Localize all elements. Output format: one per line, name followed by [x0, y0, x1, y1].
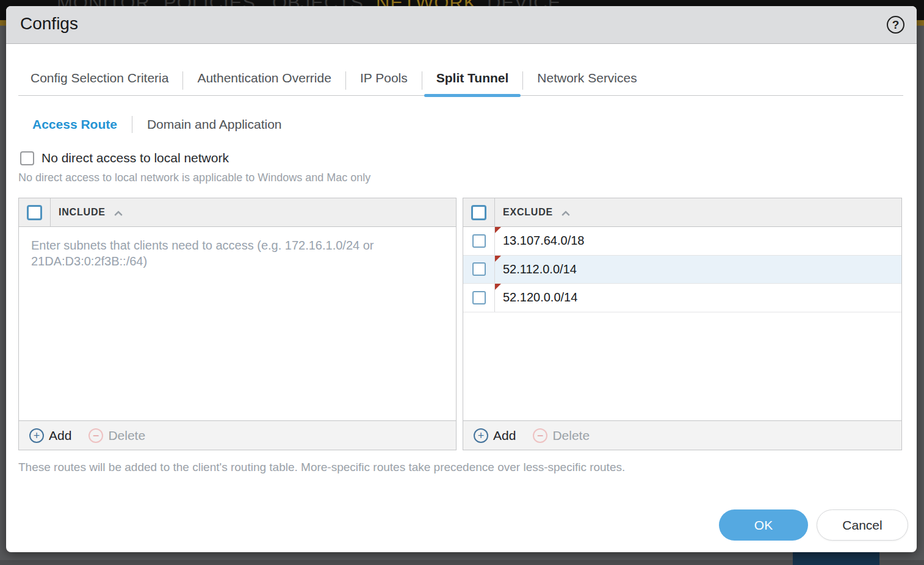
exclude-column-header[interactable]: EXCLUDE: [503, 207, 553, 218]
split-tunnel-subtab-bar: Access Route Domain and Application: [32, 115, 297, 134]
sort-ascending-icon: [114, 211, 123, 219]
sort-ascending-icon: [561, 211, 570, 219]
exclude-route-cell[interactable]: 52.112.0.0/14: [495, 256, 901, 284]
exclude-table-header: EXCLUDE: [463, 198, 901, 227]
dialog-header: Configs ?: [6, 6, 917, 44]
delete-icon: −: [88, 428, 103, 443]
include-add-label: Add: [49, 428, 71, 443]
tab-ip-pools[interactable]: IP Pools: [346, 71, 422, 95]
tab-config-selection-criteria[interactable]: Config Selection Criteria: [18, 71, 182, 95]
row-checkbox[interactable]: [472, 262, 486, 276]
exclude-route-value: 52.112.0.0/14: [503, 262, 577, 276]
access-route-tables: INCLUDE Enter subnets that clients need …: [18, 198, 902, 450]
background-page-edge: [0, 560, 924, 565]
exclude-route-value: 52.120.0.0/14: [503, 290, 577, 304]
table-row[interactable]: 13.107.64.0/18: [463, 227, 901, 256]
tab-network-services[interactable]: Network Services: [523, 71, 651, 95]
edited-marker-icon: [495, 227, 501, 233]
row-checkbox[interactable]: [472, 291, 486, 304]
delete-icon: −: [533, 428, 547, 443]
include-select-all-checkbox[interactable]: [27, 205, 42, 220]
exclude-table-body: 13.107.64.0/18 52.112.0.0/14: [463, 227, 901, 420]
subtab-access-route[interactable]: Access Route: [32, 117, 132, 132]
no-direct-access-note: No direct access to local network is app…: [18, 171, 370, 184]
exclude-route-value: 13.107.64.0/18: [503, 234, 584, 248]
include-table-footer: + Add − Delete: [19, 420, 456, 450]
cancel-button[interactable]: Cancel: [817, 509, 908, 541]
dialog-tab-bar: Config Selection Criteria Authentication…: [18, 61, 903, 96]
ok-button[interactable]: OK: [719, 509, 808, 541]
configs-dialog: Configs ? Config Selection Criteria Auth…: [6, 6, 917, 552]
include-column-header[interactable]: INCLUDE: [59, 207, 106, 218]
background-panel-fragment: [793, 552, 879, 565]
exclude-route-cell[interactable]: 13.107.64.0/18: [495, 227, 901, 255]
row-checkbox[interactable]: [472, 234, 486, 248]
exclude-add-label: Add: [493, 428, 516, 443]
row-checkbox-cell: [463, 284, 495, 312]
no-direct-access-checkbox[interactable]: [20, 151, 34, 165]
include-add-button[interactable]: + Add: [29, 428, 71, 443]
include-table-header: INCLUDE: [19, 198, 456, 227]
exclude-delete-button[interactable]: − Delete: [533, 428, 590, 443]
tab-authentication-override[interactable]: Authentication Override: [183, 71, 345, 95]
include-delete-button[interactable]: − Delete: [88, 428, 145, 443]
exclude-add-button[interactable]: + Add: [474, 428, 516, 443]
include-table: INCLUDE Enter subnets that clients need …: [18, 198, 457, 450]
edited-marker-icon: [495, 256, 501, 262]
exclude-select-all-checkbox[interactable]: [471, 205, 486, 220]
include-delete-label: Delete: [108, 428, 145, 443]
dialog-title: Configs: [20, 14, 78, 34]
exclude-delete-label: Delete: [552, 428, 590, 443]
row-checkbox-cell: [463, 227, 495, 255]
include-placeholder: Enter subnets that clients need to acces…: [19, 227, 419, 280]
edited-marker-icon: [495, 284, 501, 290]
exclude-table-footer: + Add − Delete: [463, 420, 901, 450]
add-icon: +: [474, 428, 488, 443]
row-checkbox-cell: [463, 256, 495, 284]
no-direct-access-label: No direct access to local network: [42, 151, 229, 165]
add-icon: +: [29, 428, 44, 443]
routes-footnote: These routes will be added to the client…: [18, 461, 625, 474]
exclude-select-all-cell: [463, 198, 495, 226]
table-row[interactable]: 52.112.0.0/14: [463, 256, 901, 284]
tab-split-tunnel[interactable]: Split Tunnel: [422, 71, 523, 95]
table-row[interactable]: 52.120.0.0/14: [463, 284, 901, 312]
exclude-route-cell[interactable]: 52.120.0.0/14: [495, 284, 901, 312]
no-direct-access-row: No direct access to local network: [20, 151, 229, 165]
help-icon[interactable]: ?: [887, 16, 904, 34]
include-table-body[interactable]: Enter subnets that clients need to acces…: [19, 227, 456, 420]
exclude-table: EXCLUDE 13.107.64.0/18: [463, 198, 902, 450]
subtab-domain-and-application[interactable]: Domain and Application: [132, 117, 297, 132]
include-select-all-cell: [19, 198, 51, 226]
